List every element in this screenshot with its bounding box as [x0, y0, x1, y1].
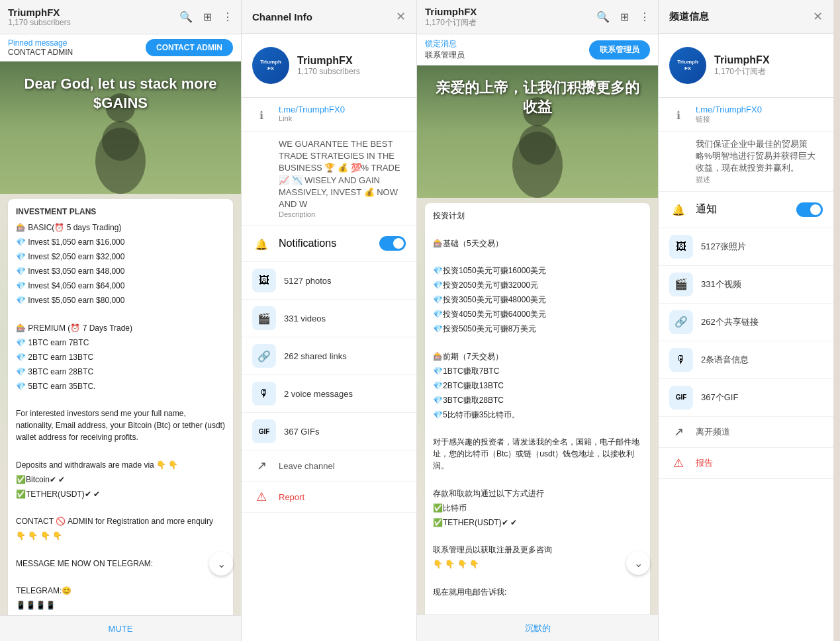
- right-msg-contact: 联系管理员以获取注册及更多咨询: [433, 544, 642, 556]
- voice-label: 2 voice messages: [284, 389, 353, 399]
- desc-content: WE GUARANTEE THE BEST TRADE STRATEGIES I…: [279, 138, 406, 218]
- profile-info: TriumphFX 1,170 subscribers: [297, 55, 360, 76]
- desc-label: Description: [279, 210, 406, 218]
- scroll-down-button[interactable]: ⌄: [209, 552, 233, 576]
- msg-deposits: Deposits and withdrawals are made via 👇 …: [16, 459, 225, 471]
- right-leave-channel-row[interactable]: ↗ 离开频道: [659, 417, 833, 448]
- leave-channel-row[interactable]: ↗ Leave channel: [242, 450, 416, 482]
- right-links-row[interactable]: 🔗 262个共享链接: [659, 304, 833, 341]
- banner-text: Dear God, let us stack more $GAINS: [0, 75, 241, 112]
- right-msg-basic: 🎰基础（5天交易）: [433, 237, 642, 249]
- right-msg-btc1: 💎1BTC赚取7BTC: [433, 365, 642, 377]
- right-mute-bar[interactable]: 沉默的: [417, 615, 658, 641]
- pinned-info: Pinned message CONTACT ADMIN: [8, 38, 73, 57]
- right-desc-label: 描述: [696, 175, 823, 185]
- right-msg-interested: 对于感兴趣的投资者，请发送我的全名，国籍，电子邮件地址，您的比特币（Btc）或链…: [433, 436, 642, 472]
- svg-point-5: [519, 125, 556, 165]
- right-voice-row[interactable]: 🎙 2条语音信息: [659, 341, 833, 379]
- contact-admin-button[interactable]: CONTACT ADMIN: [146, 39, 233, 56]
- search-icon[interactable]: 🔍: [179, 11, 193, 23]
- right-chat-header: TriumphFX 1,170个订阅者 🔍 ⊞ ⋮: [417, 0, 658, 34]
- right-avatar-text: TriumphFX: [677, 59, 698, 71]
- layout-icon[interactable]: ⊞: [203, 11, 212, 23]
- right-leave-label: 离开频道: [696, 426, 730, 438]
- right-link-row[interactable]: ℹ t.me/TriumphFX0 链接: [659, 98, 833, 132]
- right-close-button[interactable]: ✕: [813, 9, 823, 24]
- right-msg-deposits: 存款和取款均通过以下方式进行: [433, 488, 642, 499]
- right-gifs-label: 367个GIF: [701, 392, 738, 404]
- right-more-icon[interactable]: ⋮: [639, 11, 650, 23]
- right-layout-icon[interactable]: ⊞: [620, 11, 629, 23]
- right-gifs-row[interactable]: GIF 367个GIF: [659, 379, 833, 417]
- right-msg-premium: 🎰前期（7天交易）: [433, 351, 642, 363]
- links-row[interactable]: 🔗 262 shared links: [242, 337, 416, 375]
- desc-icon: [252, 140, 271, 158]
- left-chat-header-info: TriumphFX 1,170 subscribers: [8, 7, 71, 27]
- links-icon: 🔗: [252, 344, 276, 368]
- right-contact-admin-button[interactable]: 联系管理员: [589, 40, 650, 60]
- message-time: 19:10: [207, 614, 225, 615]
- msg-icons: 📱📱📱📱: [16, 599, 225, 611]
- right-voice-icon: 🎙: [669, 348, 693, 372]
- right-info-header: 频道信息 ✕: [659, 0, 833, 34]
- right-investment-message: 投资计划 🎰基础（5天交易） 💎投资1050美元可赚16000美元 💎投资205…: [425, 203, 650, 615]
- info-content: TriumphFX TriumphFX 1,170 subscribers ℹ …: [242, 34, 416, 641]
- notifications-row: 🔔 Notifications: [242, 226, 416, 262]
- pinned-bar: Pinned message CONTACT ADMIN CONTACT ADM…: [0, 34, 241, 62]
- notifications-toggle[interactable]: [379, 236, 406, 251]
- right-links-label: 262个共享链接: [701, 316, 759, 328]
- msg-invest-5: 💎 Invest $5,050 earn $80,000: [16, 294, 225, 306]
- info-title: Channel Info: [252, 11, 312, 22]
- right-msg-line1: 💎投资1050美元可赚16000美元: [433, 265, 642, 277]
- right-chat-content: 亲爱的上帝，让我们积攒更多的收益 投资计划 🎰基础（5天交易） 💎投资1050美…: [417, 65, 658, 615]
- report-label: Report: [279, 492, 304, 502]
- mute-label: MUTE: [109, 624, 133, 634]
- close-button[interactable]: ✕: [396, 9, 406, 24]
- right-photos-label: 5127张照片: [701, 241, 746, 253]
- right-search-icon[interactable]: 🔍: [596, 11, 610, 23]
- right-msg-line3: 💎投资3050美元可赚48000美元: [433, 294, 642, 306]
- channel-link: t.me/TriumphFX0: [279, 105, 406, 114]
- videos-row[interactable]: 🎬 331 videos: [242, 300, 416, 337]
- left-chat-header: TriumphFX 1,170 subscribers 🔍 ⊞ ⋮: [0, 0, 241, 34]
- right-notifications-row: 🔔 通知: [659, 192, 833, 228]
- msg-premium: 🎰 PREMIUM (⏰ 7 Days Trade): [16, 322, 225, 334]
- photos-label: 5127 photos: [284, 276, 332, 286]
- notif-icon: 🔔: [252, 235, 271, 253]
- right-links-icon: 🔗: [669, 310, 693, 334]
- right-channel-link: t.me/TriumphFX0: [696, 105, 823, 114]
- videos-label: 331 videos: [284, 314, 326, 323]
- right-notif-label: 通知: [696, 202, 717, 216]
- msg-contact-admin: CONTACT 🚫 ADMIN for Registration and mor…: [16, 515, 225, 527]
- channel-avatar: TriumphFX: [252, 47, 289, 84]
- right-chat-title: TriumphFX: [425, 6, 477, 17]
- right-videos-row[interactable]: 🎬 331个视频: [659, 266, 833, 304]
- right-scroll-down-button[interactable]: ⌄: [626, 551, 650, 575]
- channel-profile: TriumphFX TriumphFX 1,170 subscribers: [242, 34, 416, 98]
- right-channel-profile: TriumphFX TriumphFX 1,170个订阅者: [659, 34, 833, 98]
- right-chat-banner: 亲爱的上帝，让我们积攒更多的收益: [417, 65, 658, 198]
- right-report-row[interactable]: ⚠ 报告: [659, 448, 833, 479]
- channel-description: WE GUARANTEE THE BEST TRADE STRATEGIES I…: [279, 138, 406, 210]
- right-notifications-toggle[interactable]: [796, 202, 823, 217]
- right-msg-btc2: 💎2BTC赚取13BTC: [433, 380, 642, 392]
- mute-bar[interactable]: MUTE: [0, 615, 241, 641]
- right-photos-row[interactable]: 🖼 5127张照片: [659, 228, 833, 266]
- investment-message: INVESTMENT PLANS 🎰 BASIC(⏰ 5 days Tradin…: [8, 199, 233, 615]
- msg-interested: For interested investors send me your fu…: [16, 407, 225, 443]
- right-notif-left: 🔔 通知: [669, 200, 717, 220]
- right-pinned-msg: 联系管理员: [425, 50, 465, 61]
- msg-btc-1: 💎 1BTC earn 7BTC: [16, 337, 225, 349]
- msg-tether: ✅TETHER(USDT)✔ ✔: [16, 488, 225, 500]
- leave-label: Leave channel: [279, 461, 335, 471]
- more-icon[interactable]: ⋮: [222, 11, 233, 23]
- pinned-label: Pinned message: [8, 38, 73, 48]
- photos-icon: 🖼: [252, 269, 276, 292]
- photos-row[interactable]: 🖼 5127 photos: [242, 262, 416, 300]
- gifs-row[interactable]: GIF 367 GIFs: [242, 413, 416, 450]
- description-row: WE GUARANTEE THE BEST TRADE STRATEGIES I…: [242, 132, 416, 226]
- link-row[interactable]: ℹ t.me/TriumphFX0 Link: [242, 98, 416, 132]
- voice-row[interactable]: 🎙 2 voice messages: [242, 375, 416, 413]
- right-msg-tether: ✅TETHER(USDT)✔ ✔: [433, 517, 642, 529]
- report-row[interactable]: ⚠ Report: [242, 482, 416, 513]
